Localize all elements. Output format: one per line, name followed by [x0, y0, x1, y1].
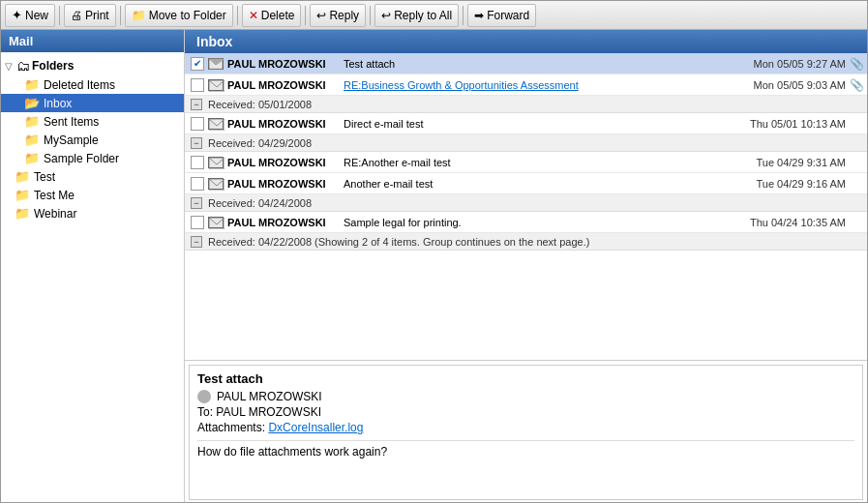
date-group-0422: − Received: 04/22/2008 (Showing 2 of 4 i…: [185, 233, 867, 251]
date-group-0424: − Received: 04/24/2008: [185, 194, 867, 212]
folder-icon-inbox: 📂: [24, 96, 40, 110]
new-button[interactable]: ✦ New: [5, 4, 55, 27]
sender-name-5: PAUL MROZOWSKI: [227, 178, 344, 190]
group-collapse-0501[interactable]: −: [191, 99, 202, 110]
folders-icon: 🗂: [16, 58, 30, 74]
date-group-0429: − Received: 04/29/2008: [185, 134, 867, 152]
preview-attachment-link[interactable]: DxCoreInsaller.log: [268, 421, 363, 434]
email-date-4: Tue 04/29 9:31 AM: [720, 157, 846, 168]
main-layout: Mail ▽ 🗂 Folders 📁 Deleted Items 📂 Inbox…: [1, 30, 867, 503]
email-row-6[interactable]: PAUL MROZOWSKI Sample legal for printing…: [185, 212, 867, 233]
folder-label-test-me: Test Me: [34, 189, 75, 202]
email-row-4[interactable]: PAUL MROZOWSKI RE:Another e-mail test Tu…: [185, 152, 867, 173]
reply-to-all-icon: ↩: [381, 9, 391, 22]
email-date-6: Thu 04/24 10:35 AM: [720, 217, 846, 228]
expand-icon: ▽: [5, 61, 15, 72]
preview-attachments-label: Attachments:: [197, 421, 265, 434]
reply-button[interactable]: ↩ Reply: [310, 4, 366, 27]
sender-name-3: PAUL MROZOWSKI: [227, 118, 344, 130]
preview-to-name: PAUL MROZOWSKI: [216, 405, 321, 419]
email-list[interactable]: ✔ PAUL MROZOWSKI Test attach Mon 05/05 9…: [185, 53, 867, 361]
preview-divider: [197, 440, 854, 441]
preview-from-row: PAUL MROZOWSKI: [197, 390, 854, 403]
preview-subject: Test attach: [197, 371, 854, 386]
sender-name-6: PAUL MROZOWSKI: [227, 217, 344, 228]
email-checkbox-5[interactable]: [191, 177, 204, 191]
new-label: New: [25, 9, 48, 22]
sidebar-item-sample-folder[interactable]: 📁 Sample Folder: [1, 149, 184, 167]
print-button[interactable]: 🖨 Print: [64, 4, 116, 27]
group-collapse-0424[interactable]: −: [191, 197, 202, 209]
email-date-5: Tue 04/29 9:16 AM: [720, 178, 846, 190]
email-date-3: Thu 05/01 10:13 AM: [720, 118, 846, 130]
envelope-icon-5: [208, 178, 224, 190]
sidebar-item-inbox[interactable]: 📂 Inbox: [1, 94, 184, 112]
reply-to-all-label: Reply to All: [394, 9, 452, 22]
group-collapse-0422[interactable]: −: [191, 236, 202, 248]
folder-label-deleted-items: Deleted Items: [44, 78, 115, 92]
email-checkbox-1[interactable]: ✔: [191, 57, 204, 71]
email-subject-3: Direct e-mail test: [344, 118, 720, 130]
folder-label-webinar: Webinar: [34, 207, 76, 221]
delete-button[interactable]: ✕ Delete: [242, 4, 302, 27]
date-group-label-0422: Received: 04/22/2008 (Showing 2 of 4 ite…: [208, 236, 589, 248]
sidebar: Mail ▽ 🗂 Folders 📁 Deleted Items 📂 Inbox…: [1, 30, 185, 503]
new-icon: ✦: [12, 8, 22, 22]
folder-icon-sent: 📁: [24, 114, 40, 129]
separator-4: [305, 6, 306, 25]
folders-root[interactable]: ▽ 🗂 Folders: [1, 56, 184, 75]
print-icon: 🖨: [71, 9, 82, 22]
svg-rect-0: [209, 58, 223, 69]
preview-to-label: To:: [197, 405, 213, 419]
email-date-2: Mon 05/05 9:03 AM: [720, 79, 846, 91]
envelope-icon-6: [208, 217, 224, 228]
sidebar-header: Mail: [1, 30, 184, 52]
folder-label-sample-folder: Sample Folder: [44, 152, 119, 165]
forward-icon: ➡: [474, 9, 484, 22]
email-subject-1: Test attach: [344, 58, 720, 70]
email-row-2[interactable]: PAUL MROZOWSKI RE:Business Growth & Oppo…: [185, 74, 867, 96]
envelope-icon-4: [208, 157, 224, 168]
email-checkbox-3[interactable]: [191, 117, 204, 131]
email-subject-2[interactable]: RE:Business Growth & Opportunities Asses…: [344, 79, 720, 91]
group-collapse-0429[interactable]: −: [191, 137, 202, 149]
forward-button[interactable]: ➡ Forward: [467, 4, 536, 27]
folder-label-sent-items: Sent Items: [44, 115, 99, 129]
email-checkbox-4[interactable]: [191, 156, 204, 169]
sidebar-content: ▽ 🗂 Folders 📁 Deleted Items 📂 Inbox 📁 Se…: [1, 52, 184, 503]
reply-to-all-button[interactable]: ↩ Reply to All: [374, 4, 459, 27]
separator-1: [59, 6, 60, 25]
date-group-0501: − Received: 05/01/2008: [185, 96, 867, 113]
folders-label: Folders: [32, 59, 74, 73]
preview-to-row: To: PAUL MROZOWSKI: [197, 405, 854, 419]
email-checkbox-2[interactable]: [191, 78, 204, 92]
folder-icon-webinar: 📁: [15, 206, 30, 221]
email-subject-5: Another e-mail test: [344, 178, 720, 190]
folder-label-inbox: Inbox: [44, 97, 72, 110]
email-row-1[interactable]: ✔ PAUL MROZOWSKI Test attach Mon 05/05 9…: [185, 53, 867, 74]
sidebar-item-sent-items[interactable]: 📁 Sent Items: [1, 112, 184, 131]
email-row-5[interactable]: PAUL MROZOWSKI Another e-mail test Tue 0…: [185, 173, 867, 194]
attachment-icon-2: 📎: [850, 78, 861, 92]
sidebar-item-test-me[interactable]: 📁 Test Me: [1, 186, 184, 204]
sender-name-2: PAUL MROZOWSKI: [227, 79, 344, 91]
date-group-label-0424: Received: 04/24/2008: [208, 197, 312, 209]
email-checkbox-6[interactable]: [191, 216, 204, 229]
sender-name-4: PAUL MROZOWSKI: [227, 157, 344, 168]
attachment-icon-1: 📎: [850, 57, 861, 71]
email-row-3[interactable]: PAUL MROZOWSKI Direct e-mail test Thu 05…: [185, 113, 867, 134]
move-to-folder-button[interactable]: 📁 Move to Folder: [125, 4, 233, 27]
sidebar-item-test[interactable]: 📁 Test: [1, 167, 184, 186]
folder-icon-mysample: 📁: [24, 133, 40, 147]
separator-3: [237, 6, 238, 25]
preview-body: How do file attachments work again?: [197, 445, 854, 459]
preview-pane: Test attach PAUL MROZOWSKI To: PAUL MROZ…: [189, 365, 863, 500]
delete-label: Delete: [261, 9, 295, 22]
sidebar-item-mysample[interactable]: 📁 MySample: [1, 131, 184, 149]
sidebar-item-webinar[interactable]: 📁 Webinar: [1, 204, 184, 222]
move-to-folder-label: Move to Folder: [149, 9, 226, 22]
sidebar-item-deleted-items[interactable]: 📁 Deleted Items: [1, 75, 184, 94]
preview-from-name: PAUL MROZOWSKI: [217, 390, 322, 403]
email-subject-6: Sample legal for printing.: [344, 217, 720, 228]
folder-label-test: Test: [34, 170, 55, 184]
